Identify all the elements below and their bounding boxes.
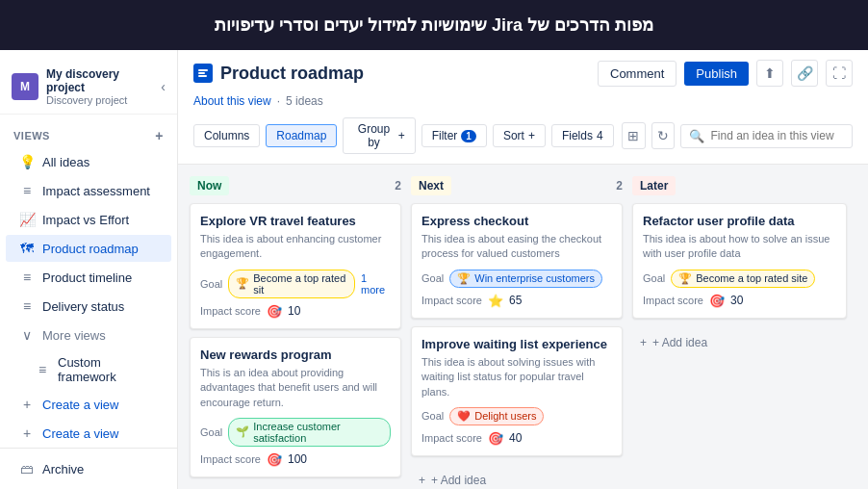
create-view-label-1: Create a view bbox=[42, 398, 118, 412]
header-actions: Comment Publish ⬆ 🔗 ⛶ bbox=[598, 60, 853, 87]
content-header: Product roadmap Comment Publish ⬆ 🔗 ⛶ Ab… bbox=[178, 50, 868, 165]
sidebar-item-impact-assessment[interactable]: ≡ Impact assessment bbox=[6, 177, 171, 204]
create-view-label-2: Create a view bbox=[42, 426, 118, 441]
search-icon: 🔍 bbox=[689, 129, 704, 143]
impact-row-4: Impact score 🎯 40 bbox=[421, 431, 612, 446]
plus-icon-2: + bbox=[19, 425, 35, 441]
svg-rect-1 bbox=[198, 72, 205, 74]
subtitle-view-link[interactable]: About this view bbox=[193, 94, 271, 108]
card-waiting-list[interactable]: Improve waiting list experience This ide… bbox=[411, 326, 623, 456]
goal-text-1: Become a top rated sit bbox=[253, 272, 347, 296]
card-goal-row-3: Goal 🏆 Win enterprise customers bbox=[421, 270, 612, 288]
sidebar-item-product-timeline[interactable]: ≡ Product timeline bbox=[6, 264, 171, 291]
views-label: VIEWS + bbox=[0, 122, 177, 147]
impact-effort-label: Impact vs Effort bbox=[42, 213, 129, 227]
sidebar-item-create-view-2[interactable]: + Create a view bbox=[6, 420, 171, 447]
fields-label: Fields bbox=[562, 129, 593, 142]
goal-text-2: Increase customer satisfaction bbox=[253, 421, 383, 444]
impact-assessment-icon: ≡ bbox=[19, 183, 35, 198]
goal-chip-5: 🏆 Become a top rated site bbox=[671, 270, 815, 288]
all-ideas-icon: 💡 bbox=[19, 154, 35, 169]
sidebar-project[interactable]: M My discovery project Discovery project… bbox=[0, 60, 177, 115]
grid-view-icon[interactable]: ⊞ bbox=[622, 122, 646, 149]
card-desc-3: This idea is about easing the checkout p… bbox=[421, 232, 612, 262]
product-timeline-label: Product timeline bbox=[42, 270, 132, 285]
add-idea-later[interactable]: + + Add idea bbox=[632, 330, 847, 355]
card-title-3: Express checkout bbox=[421, 214, 612, 228]
card-rewards[interactable]: New rewards program This is an idea abou… bbox=[190, 337, 401, 477]
search-input[interactable] bbox=[710, 129, 844, 142]
comment-button[interactable]: Comment bbox=[598, 61, 677, 87]
sidebar-item-custom-framework[interactable]: ≡ Custom framework bbox=[6, 350, 171, 389]
link-button[interactable]: 🔗 bbox=[791, 60, 818, 87]
refresh-icon[interactable]: ↻ bbox=[651, 122, 676, 149]
impact-row-2: Impact score 🎯 100 bbox=[200, 452, 391, 467]
column-title-later: Later bbox=[632, 176, 676, 195]
add-idea-next[interactable]: + + Add idea bbox=[411, 468, 623, 489]
collapse-btn[interactable]: ‹ bbox=[161, 79, 166, 94]
card-title-2: New rewards program bbox=[200, 347, 391, 362]
impact-score-1: 10 bbox=[288, 304, 300, 318]
goal-chip-2: 🌱 Increase customer satisfaction bbox=[228, 418, 391, 447]
impact-row-3: Impact score ⭐ 65 bbox=[421, 294, 612, 308]
card-explore-vr[interactable]: Explore VR travel features This idea is … bbox=[190, 203, 401, 329]
column-header-now: Now 2 bbox=[190, 176, 401, 195]
project-sub: Discovery project bbox=[46, 94, 153, 106]
share-button[interactable]: ⬆ bbox=[756, 60, 783, 87]
card-title-5: Refactor user profile data bbox=[643, 214, 836, 228]
goal-text-5: Become a top rated site bbox=[696, 272, 807, 284]
sidebar-item-more-views[interactable]: ∨ More views bbox=[6, 322, 171, 348]
columns-button[interactable]: Columns bbox=[193, 124, 260, 147]
sidebar-item-project-settings[interactable]: ⚙ Project settings bbox=[6, 483, 171, 489]
column-header-later: Later bbox=[632, 176, 847, 195]
group-by-button[interactable]: Group by + bbox=[343, 117, 415, 154]
product-roadmap-icon: 🗺 bbox=[19, 241, 35, 256]
all-ideas-label: All ideas bbox=[42, 155, 89, 169]
card-title-4: Improve waiting list experience bbox=[421, 337, 612, 351]
column-title-next: Next bbox=[411, 176, 451, 195]
column-count-now: 2 bbox=[395, 179, 401, 193]
filter-label: Filter bbox=[432, 129, 458, 142]
product-timeline-icon: ≡ bbox=[19, 270, 35, 285]
columns-label: Columns bbox=[204, 129, 249, 142]
card-refactor-profile[interactable]: Refactor user profile data This idea is … bbox=[632, 203, 847, 319]
column-next: Next 2 Express checkout This idea is abo… bbox=[411, 176, 623, 477]
sort-label: Sort bbox=[503, 129, 524, 142]
sort-button[interactable]: Sort + bbox=[493, 124, 546, 147]
project-name: My discovery project bbox=[46, 67, 153, 94]
impact-effort-icon: 📈 bbox=[19, 212, 35, 227]
card-desc-4: This idea is about solving issues with w… bbox=[421, 355, 612, 399]
svg-rect-2 bbox=[198, 75, 207, 77]
page-title: Product roadmap bbox=[220, 64, 364, 84]
add-view-icon[interactable]: + bbox=[155, 128, 164, 143]
roadmap-button[interactable]: Roadmap bbox=[266, 124, 337, 147]
goal-text-4: Delight users bbox=[474, 410, 536, 422]
sidebar-item-all-ideas[interactable]: 💡 All ideas bbox=[6, 148, 171, 175]
card-express-checkout[interactable]: Express checkout This idea is about easi… bbox=[411, 203, 623, 319]
banner-text: מפות הדרכים של Jira שימושיות למידול יעדי… bbox=[215, 14, 653, 36]
column-header-next: Next 2 bbox=[411, 176, 623, 195]
delivery-status-label: Delivery status bbox=[42, 299, 124, 314]
roadmap-label: Roadmap bbox=[276, 129, 326, 142]
chevron-down-icon: ∨ bbox=[19, 327, 35, 343]
sidebar-item-product-roadmap[interactable]: 🗺 Product roadmap bbox=[6, 235, 171, 262]
project-info: My discovery project Discovery project bbox=[46, 67, 153, 106]
publish-button[interactable]: Publish bbox=[684, 62, 749, 86]
sidebar-bottom: 🗃 Archive ⚙ Project settings 💬 Give feed… bbox=[0, 448, 177, 489]
expand-button[interactable]: ⛶ bbox=[826, 60, 853, 87]
plus-icon-1: + bbox=[19, 397, 35, 412]
project-icon: M bbox=[12, 73, 38, 100]
custom-framework-icon: ≡ bbox=[35, 362, 50, 377]
svg-rect-0 bbox=[198, 69, 208, 71]
more-badge-1[interactable]: 1 more bbox=[361, 272, 391, 296]
sidebar-item-archive[interactable]: 🗃 Archive bbox=[6, 455, 171, 482]
fields-button[interactable]: Fields 4 bbox=[551, 124, 614, 147]
filter-button[interactable]: Filter 1 bbox=[421, 124, 487, 147]
search-box[interactable]: 🔍 bbox=[680, 124, 853, 148]
sidebar-item-delivery-status[interactable]: ≡ Delivery status bbox=[6, 293, 171, 320]
subtitle-row: About this view · 5 ideas bbox=[193, 94, 853, 108]
sidebar-item-impact-effort[interactable]: 📈 Impact vs Effort bbox=[6, 206, 171, 233]
sidebar-item-create-view-1[interactable]: + Create a view bbox=[6, 391, 171, 418]
column-now: Now 2 Explore VR travel features This id… bbox=[190, 176, 401, 477]
goal-chip-4: ❤️ Delight users bbox=[449, 407, 544, 425]
